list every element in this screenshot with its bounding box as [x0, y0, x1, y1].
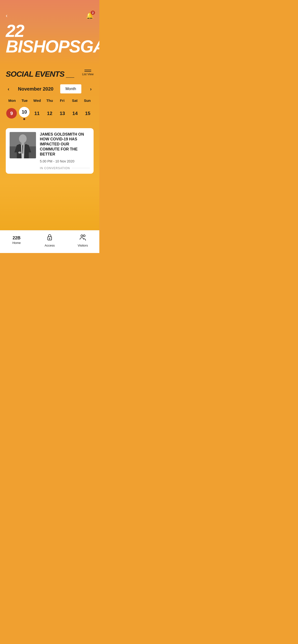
home-label: Home	[13, 241, 21, 244]
home-icon: 22B	[13, 236, 20, 240]
app-title: 22 BISHOPSGATE	[6, 23, 94, 54]
header-top: ‹ 🔔 2	[6, 12, 94, 20]
event-image-svg	[10, 132, 36, 158]
calendar-navigation: ‹ November 2020 Month ›	[6, 84, 94, 94]
hamburger-icon	[84, 70, 91, 72]
notification-button[interactable]: 🔔 2	[86, 12, 94, 20]
month-year-label: November 2020	[18, 86, 54, 92]
day-header-mon: Mon	[6, 98, 18, 102]
list-view-button[interactable]: List View	[82, 70, 94, 76]
bottom-navigation: 22B Home Access	[0, 230, 99, 253]
day-number-14[interactable]: 14	[70, 108, 80, 118]
day-number-15[interactable]: 15	[83, 108, 93, 118]
app-wrapper: ‹ 🔔 2 22 BISHOPSGATE SOCIAL EVENTS __ Li…	[0, 0, 99, 253]
svg-point-10	[83, 235, 85, 237]
svg-rect-3	[21, 142, 24, 145]
visitors-icon	[79, 233, 87, 243]
category-line	[72, 168, 90, 168]
event-category-label: IN CONVERSATION	[40, 166, 70, 170]
day-header-sun: Sun	[81, 98, 94, 102]
hamburger-line-2	[84, 71, 91, 72]
access-icon	[46, 233, 54, 243]
calendar-grid: Mon Tue Wed Thu Fri Sat Sun 9 10 11	[6, 98, 94, 122]
next-month-button[interactable]: ›	[88, 84, 94, 94]
day-number-11[interactable]: 11	[32, 108, 42, 118]
day-header-tue: Tue	[18, 98, 31, 102]
event-time: 5.00 PM - 10 Nov 2020	[40, 159, 90, 163]
day-cell-9[interactable]: 9	[6, 106, 18, 122]
day-cell-13[interactable]: 13	[56, 106, 68, 122]
section-title: SOCIAL EVENTS __	[6, 70, 74, 78]
day-number-13[interactable]: 13	[57, 108, 68, 118]
event-card-content: JAMES GOLDSMITH ON HOW COVID-19 HAS IMPA…	[6, 128, 94, 174]
day-header-fri: Fri	[56, 98, 68, 102]
svg-point-7	[49, 238, 50, 239]
day-cell-10[interactable]: 10	[19, 106, 30, 122]
list-view-label: List View	[82, 72, 94, 76]
day-cell-14[interactable]: 14	[69, 106, 81, 122]
day-number-10[interactable]: 10	[19, 107, 30, 118]
event-category: IN CONVERSATION	[40, 166, 90, 170]
event-dot-10	[23, 118, 25, 120]
content-area: SOCIAL EVENTS __ List View ‹ November 20…	[0, 65, 99, 182]
notification-badge: 2	[91, 10, 95, 15]
prev-month-button[interactable]: ‹	[6, 84, 11, 94]
header-area: ‹ 🔔 2 22 BISHOPSGATE	[0, 0, 99, 65]
day-numbers: 9 10 11 12 13 14 15	[6, 106, 94, 122]
day-header-sat: Sat	[68, 98, 81, 102]
month-view-button[interactable]: Month	[60, 84, 81, 94]
section-header: SOCIAL EVENTS __ List View	[6, 70, 94, 78]
day-number-12[interactable]: 12	[44, 108, 55, 118]
back-button[interactable]: ‹	[6, 13, 8, 19]
nav-item-access[interactable]: Access	[33, 233, 66, 247]
nav-item-visitors[interactable]: Visitors	[66, 233, 99, 247]
visitors-label: Visitors	[78, 244, 88, 247]
day-number-9[interactable]: 9	[6, 108, 17, 118]
day-cell-12[interactable]: 12	[44, 106, 56, 122]
access-label: Access	[45, 244, 55, 247]
event-image	[10, 132, 36, 158]
svg-point-9	[81, 235, 83, 237]
bottom-spacer	[0, 182, 99, 230]
svg-rect-5	[19, 152, 21, 152]
event-card[interactable]: JAMES GOLDSMITH ON HOW COVID-19 HAS IMPA…	[6, 128, 94, 174]
day-header-thu: Thu	[43, 98, 56, 102]
day-cell-15[interactable]: 15	[82, 106, 94, 122]
day-header-wed: Wed	[31, 98, 43, 102]
event-details: JAMES GOLDSMITH ON HOW COVID-19 HAS IMPA…	[40, 132, 90, 170]
nav-item-home[interactable]: 22B Home	[0, 236, 33, 244]
event-title[interactable]: JAMES GOLDSMITH ON HOW COVID-19 HAS IMPA…	[40, 132, 90, 157]
svg-point-2	[19, 134, 27, 143]
day-cell-11[interactable]: 11	[31, 106, 43, 122]
day-headers: Mon Tue Wed Thu Fri Sat Sun	[6, 98, 94, 102]
hamburger-line-1	[84, 70, 91, 70]
